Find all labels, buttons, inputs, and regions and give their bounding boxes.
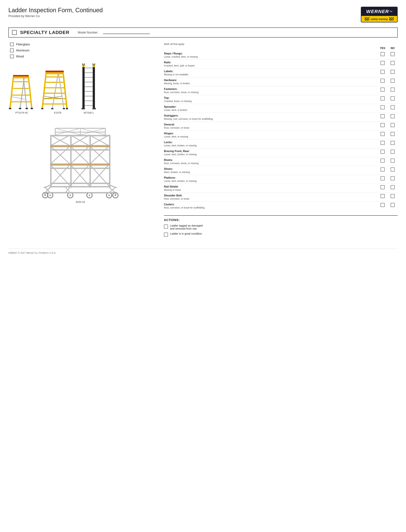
- ladder-pt1074-image: [8, 73, 35, 110]
- svg-rect-50: [50, 186, 110, 187]
- yes-checkbox-1[interactable]: [381, 61, 384, 65]
- yes-header-label: YES: [377, 47, 388, 50]
- actions-section: ACTIONS: Ladder tagged as damagedand rem…: [164, 215, 398, 237]
- svg-rect-10: [9, 108, 11, 109]
- yes-checkbox-5[interactable]: [381, 97, 384, 100]
- no-checkbox-14[interactable]: [391, 176, 395, 180]
- svg-rect-48: [81, 108, 85, 109]
- inspection-items-list: Steps / Rungs: Loose, cracked, bent, or …: [164, 51, 398, 210]
- yes-checkbox-4[interactable]: [381, 88, 384, 92]
- yes-checkbox-14[interactable]: [381, 176, 384, 180]
- item-text-15: Rail Shield: Missing or loose: [164, 185, 377, 191]
- no-checkbox-13[interactable]: [391, 167, 395, 172]
- no-box-0: [388, 52, 398, 56]
- aluminum-checkbox[interactable]: [10, 49, 14, 52]
- werner-brand-text: WERNER: [366, 9, 389, 14]
- inspection-item: Top: Cracked, loose, or missing: [164, 95, 398, 104]
- item-label-8: General:: [164, 123, 374, 126]
- werner-logo-bottom: safety training: [361, 16, 397, 22]
- material-fiberglass: Fiberglass: [10, 43, 152, 46]
- yes-box-13: [377, 167, 388, 172]
- svg-rect-56: [50, 168, 110, 169]
- inspection-item: Spreader: Loose, bent, or broken: [164, 104, 398, 113]
- svg-line-1: [29, 77, 32, 109]
- yes-checkbox-10[interactable]: [381, 141, 384, 145]
- item-label-5: Top:: [164, 97, 374, 99]
- item-checkboxes-5: [377, 97, 398, 100]
- no-checkbox-15[interactable]: [391, 185, 395, 189]
- actions-title: ACTIONS:: [164, 218, 398, 222]
- item-checkboxes-7: [377, 114, 398, 118]
- no-checkbox-10[interactable]: [391, 141, 395, 145]
- yes-checkbox-11[interactable]: [381, 150, 384, 154]
- yes-checkbox-9[interactable]: [381, 132, 384, 136]
- svg-rect-82: [109, 185, 117, 188]
- ladder-m7108-image: [80, 63, 97, 110]
- no-checkbox-11[interactable]: [391, 150, 395, 154]
- yes-box-11: [377, 150, 388, 154]
- ladder-pt1074: PT1074-4C: [8, 73, 35, 114]
- item-desc-10: Loose, bent, broken, or missing: [164, 144, 374, 147]
- no-box-12: [388, 158, 398, 163]
- svg-rect-58: [50, 149, 110, 150]
- yes-checkbox-12[interactable]: [381, 158, 384, 163]
- yes-checkbox-13[interactable]: [381, 167, 384, 172]
- no-checkbox-16[interactable]: [391, 194, 395, 198]
- yes-checkbox-0[interactable]: [381, 52, 384, 56]
- wood-label: Wood: [16, 55, 24, 58]
- material-wood: Wood: [10, 55, 152, 58]
- item-label-14: Platform:: [164, 176, 374, 179]
- yes-checkbox-15[interactable]: [381, 185, 384, 189]
- no-checkbox-17[interactable]: [391, 203, 395, 207]
- item-text-14: Platform: Loose, bent, broken, or missin…: [164, 176, 377, 182]
- no-checkbox-2[interactable]: [391, 70, 395, 74]
- no-checkbox-4[interactable]: [391, 88, 395, 92]
- yes-checkbox-8[interactable]: [381, 123, 384, 127]
- safety-stripe-right-icon: [389, 17, 394, 21]
- item-desc-0: Loose, cracked, bent, or missing: [164, 55, 374, 58]
- yes-checkbox-2[interactable]: [381, 70, 384, 74]
- no-checkbox-12[interactable]: [391, 158, 395, 163]
- no-checkbox-6[interactable]: [391, 105, 395, 109]
- no-box-2: [388, 70, 398, 74]
- item-text-4: Fasteners: Rust, corrosion, loose, or mi…: [164, 88, 377, 94]
- svg-rect-79: [51, 164, 110, 165]
- section-checkbox[interactable]: [12, 30, 17, 35]
- item-desc-1: Cracked, bent, split, or frayed: [164, 64, 374, 67]
- svg-point-101: [44, 195, 46, 196]
- no-box-15: [388, 185, 398, 189]
- no-checkbox-3[interactable]: [391, 79, 395, 83]
- item-text-3: Hardware: Missing, loose, or broken: [164, 79, 377, 85]
- svg-line-0: [10, 77, 13, 109]
- item-desc-15: Missing or loose: [164, 188, 374, 191]
- item-desc-7: Missing, rust, corrosion, or loose for s…: [164, 118, 374, 120]
- yes-checkbox-7[interactable]: [381, 114, 384, 118]
- action-good: Ladder is in good condition: [164, 232, 398, 237]
- action-good-checkbox[interactable]: [164, 232, 168, 237]
- yes-checkbox-17[interactable]: [381, 203, 384, 207]
- action-damaged-checkbox[interactable]: [164, 225, 168, 229]
- item-text-13: Shoes: Worn, broken, or missing: [164, 167, 377, 173]
- material-options: Fiberglass Aluminum Wood: [10, 43, 152, 58]
- no-checkbox-8[interactable]: [391, 123, 395, 127]
- no-checkbox-5[interactable]: [391, 97, 395, 100]
- svg-rect-60: [50, 135, 110, 136]
- yes-checkbox-6[interactable]: [381, 105, 384, 109]
- yes-checkbox-3[interactable]: [381, 79, 384, 83]
- item-desc-14: Loose, bent, broken, or missing: [164, 180, 374, 182]
- aluminum-label: Aluminum: [16, 49, 29, 52]
- item-checkboxes-0: [377, 52, 398, 56]
- page-title: Ladder Inspection Form, Continued: [8, 7, 103, 14]
- no-checkbox-1[interactable]: [391, 61, 395, 65]
- wood-checkbox[interactable]: [10, 55, 14, 58]
- fiberglass-checkbox[interactable]: [10, 43, 14, 46]
- yes-checkbox-16[interactable]: [381, 194, 384, 198]
- yes-box-6: [377, 105, 388, 109]
- no-checkbox-0[interactable]: [391, 52, 395, 56]
- safety-stripe-left-icon: [365, 17, 369, 21]
- werner-logo: WERNER TM safety training: [361, 7, 398, 22]
- no-checkbox-9[interactable]: [391, 132, 395, 136]
- no-checkbox-7[interactable]: [391, 114, 395, 118]
- svg-rect-52: [50, 136, 51, 188]
- item-label-17: Casters:: [164, 203, 374, 206]
